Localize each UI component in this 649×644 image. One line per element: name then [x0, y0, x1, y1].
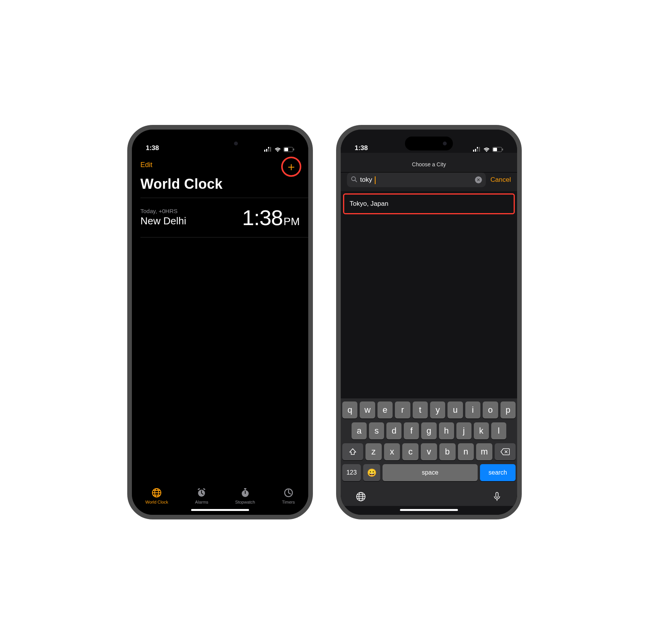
key-f[interactable]: f — [404, 422, 419, 439]
mic-icon — [492, 491, 502, 502]
search-input[interactable] — [359, 176, 473, 184]
svg-rect-1 — [266, 149, 267, 152]
svg-line-29 — [355, 180, 357, 182]
tab-label: Timers — [282, 500, 295, 504]
result-highlight: Tokyo, Japan — [343, 193, 515, 214]
key-u[interactable]: u — [447, 401, 463, 419]
key-shift[interactable] — [342, 443, 363, 460]
city-row[interactable]: Today, +0HRS New Delhi 1:38 PM — [132, 198, 308, 237]
key-backspace[interactable] — [495, 443, 516, 460]
dynamic-island — [405, 137, 453, 150]
dynamic-island — [196, 137, 244, 150]
keyboard: q w e r t y u i o p a s d f g h j k l — [341, 398, 517, 506]
dictation-button[interactable] — [492, 491, 502, 504]
search-result[interactable]: Tokyo, Japan — [344, 195, 514, 213]
phone-choose-city: 1:38 Choose a City ✕ — [336, 125, 522, 519]
cellular-icon — [473, 147, 481, 152]
city-ampm: PM — [284, 215, 300, 228]
key-space[interactable]: space — [383, 464, 478, 481]
battery-icon — [492, 147, 503, 152]
key-l[interactable]: l — [491, 422, 506, 439]
svg-rect-14 — [198, 488, 200, 490]
key-e[interactable]: e — [377, 401, 393, 419]
status-time: 1:38 — [355, 144, 368, 152]
key-r[interactable]: r — [395, 401, 410, 419]
key-o[interactable]: o — [483, 401, 498, 419]
search-field[interactable]: ✕ — [347, 173, 486, 187]
key-d[interactable]: d — [386, 422, 401, 439]
svg-rect-21 — [475, 149, 476, 152]
key-k[interactable]: k — [474, 422, 489, 439]
svg-rect-4 — [270, 147, 271, 152]
svg-rect-24 — [479, 147, 480, 152]
svg-rect-26 — [493, 148, 497, 151]
page-title: World Clock — [132, 173, 308, 198]
edit-button[interactable]: Edit — [140, 161, 152, 169]
svg-rect-0 — [264, 150, 265, 152]
key-p[interactable]: p — [500, 401, 516, 419]
phone-world-clock: 1:38 Edit ＋ World Clock Tod — [127, 125, 313, 519]
globe-icon — [355, 491, 366, 502]
cellular-icon — [264, 147, 272, 152]
city-offset-label: Today, +0HRS — [140, 208, 186, 214]
key-n[interactable]: n — [458, 443, 474, 460]
svg-rect-7 — [294, 149, 294, 150]
key-b[interactable]: b — [439, 443, 456, 460]
svg-rect-18 — [245, 489, 246, 490]
home-indicator[interactable] — [400, 509, 458, 511]
keyboard-row-3: z x c v b n m — [342, 443, 516, 460]
shift-icon — [349, 448, 357, 456]
svg-rect-2 — [268, 147, 269, 149]
key-x[interactable]: x — [384, 443, 400, 460]
status-time: 1:38 — [146, 144, 159, 152]
svg-rect-15 — [203, 488, 206, 490]
key-y[interactable]: y — [430, 401, 445, 419]
tab-timers[interactable]: Timers — [282, 487, 295, 504]
stopwatch-icon — [240, 487, 251, 498]
key-j[interactable]: j — [456, 422, 471, 439]
key-h[interactable]: h — [439, 422, 454, 439]
globe-switch-button[interactable] — [355, 491, 366, 504]
keyboard-row-4: 123 😀 space search — [342, 464, 516, 481]
key-i[interactable]: i — [465, 401, 480, 419]
wifi-icon — [483, 147, 490, 152]
text-cursor — [375, 176, 376, 184]
key-numbers[interactable]: 123 — [342, 464, 361, 481]
svg-rect-22 — [477, 147, 478, 149]
tab-stopwatch[interactable]: Stopwatch — [235, 487, 255, 504]
tab-label: Stopwatch — [235, 500, 255, 504]
svg-rect-27 — [502, 149, 503, 150]
key-g[interactable]: g — [421, 422, 436, 439]
home-indicator[interactable] — [191, 509, 249, 511]
tab-label: Alarms — [195, 500, 208, 504]
svg-rect-6 — [284, 148, 288, 151]
tab-world-clock[interactable]: World Clock — [145, 487, 168, 504]
tab-label: World Clock — [145, 500, 168, 504]
alarm-icon — [196, 487, 207, 498]
clear-search-button[interactable]: ✕ — [475, 176, 482, 183]
svg-rect-3 — [268, 149, 269, 152]
wifi-icon — [274, 147, 281, 152]
keyboard-row-2: a s d f g h j k l — [342, 422, 516, 439]
battery-icon — [284, 147, 294, 152]
key-q[interactable]: q — [342, 401, 357, 419]
key-z[interactable]: z — [365, 443, 382, 460]
keyboard-row-1: q w e r t y u i o p — [342, 401, 516, 419]
key-v[interactable]: v — [421, 443, 437, 460]
key-m[interactable]: m — [476, 443, 492, 460]
key-search[interactable]: search — [480, 464, 516, 481]
key-s[interactable]: s — [369, 422, 384, 439]
tab-bar: World Clock Alarms Stopwatch Timers — [132, 483, 308, 506]
svg-rect-17 — [244, 488, 246, 489]
backspace-icon — [500, 448, 510, 455]
tab-alarms[interactable]: Alarms — [195, 487, 208, 504]
cancel-button[interactable]: Cancel — [490, 176, 511, 184]
key-emoji[interactable]: 😀 — [363, 464, 380, 481]
key-c[interactable]: c — [402, 443, 418, 460]
key-a[interactable]: a — [352, 422, 367, 439]
key-t[interactable]: t — [413, 401, 428, 419]
search-icon — [351, 176, 357, 184]
globe-icon — [151, 487, 162, 498]
key-w[interactable]: w — [360, 401, 375, 419]
city-time: 1:38 — [242, 205, 283, 230]
